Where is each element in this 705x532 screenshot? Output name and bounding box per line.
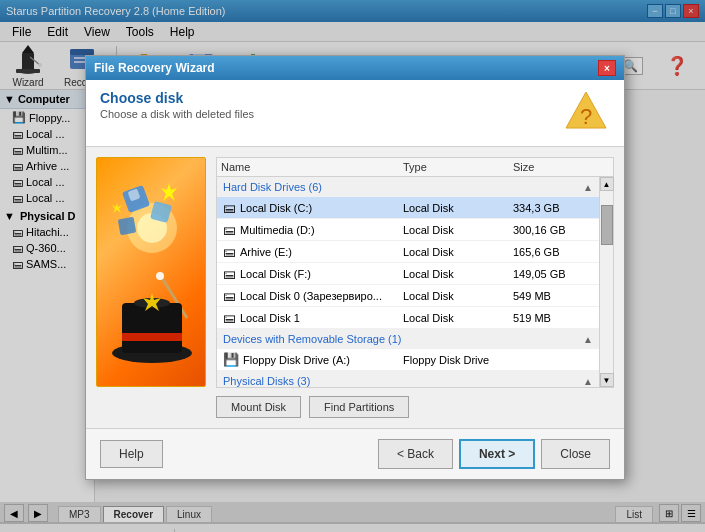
disk-sys1-type: Local Disk (403, 312, 513, 324)
disk-row-sys0[interactable]: 🖴 Local Disk 0 (Зарезервиро... Local Dis… (217, 285, 599, 307)
dialog-footer: Help < Back Next > Close (86, 428, 624, 479)
dialog-nav-buttons: < Back Next > Close (378, 439, 610, 469)
disk-row-e[interactable]: 🖴 Arhive (E:) Local Disk 165,6 GB (217, 241, 599, 263)
group-physical[interactable]: Physical Disks (3) ▲ (217, 371, 599, 387)
scroll-placeholder (593, 161, 609, 173)
dialog-header: Choose disk Choose a disk with deleted f… (86, 80, 624, 147)
disk-c-icon: 🖴 (223, 200, 236, 215)
disk-name-a: 💾 Floppy Disk Drive (A:) (223, 352, 403, 367)
disk-e-icon: 🖴 (223, 244, 236, 259)
disk-name-sys0: 🖴 Local Disk 0 (Зарезервиро... (223, 288, 403, 303)
disk-name-sys1: 🖴 Local Disk 1 (223, 310, 403, 325)
disk-row-c[interactable]: 🖴 Local Disk (C:) Local Disk 334,3 GB (217, 197, 599, 219)
group-physical-label: Physical Disks (3) (223, 375, 310, 387)
dialog-overlay: File Recovery Wizard × Choose disk Choos… (0, 0, 705, 532)
next-button[interactable]: Next > (459, 439, 535, 469)
disk-row-f[interactable]: 🖴 Local Disk (F:) Local Disk 149,05 GB (217, 263, 599, 285)
scroll-down[interactable]: ▼ (600, 373, 614, 387)
disk-name-c: 🖴 Local Disk (C:) (223, 200, 403, 215)
disk-e-type: Local Disk (403, 246, 513, 258)
disk-sys0-type: Local Disk (403, 290, 513, 302)
group-hdd[interactable]: Hard Disk Drives (6) ▲ (217, 177, 599, 197)
disk-list-header: Name Type Size (216, 157, 614, 176)
group-hdd-chevron: ▲ (583, 182, 593, 193)
file-recovery-wizard-dialog: File Recovery Wizard × Choose disk Choos… (85, 55, 625, 480)
disk-c-type: Local Disk (403, 202, 513, 214)
disk-list-scrollbar[interactable]: ▲ ▼ (599, 177, 613, 387)
disk-sys0-icon: 🖴 (223, 288, 236, 303)
disk-e-size: 165,6 GB (513, 246, 593, 258)
disk-sys1-size: 519 MB (513, 312, 593, 324)
disk-list-container: Hard Disk Drives (6) ▲ 🖴 Local Disk (C:)… (216, 176, 614, 388)
wizard-image (96, 157, 206, 387)
disk-row-d[interactable]: 🖴 Multimedia (D:) Local Disk 300,16 GB (217, 219, 599, 241)
disk-d-size: 300,16 GB (513, 224, 593, 236)
disk-c-size: 334,3 GB (513, 202, 593, 214)
svg-rect-33 (122, 333, 182, 341)
scroll-thumb[interactable] (601, 205, 613, 245)
disk-a-type: Floppy Disk Drive (403, 354, 513, 366)
disk-name-d: 🖴 Multimedia (D:) (223, 222, 403, 237)
disk-action-buttons: Mount Disk Find Partitions (216, 396, 614, 418)
dialog-title-bar: File Recovery Wizard × (86, 56, 624, 80)
svg-text:?: ? (580, 104, 592, 129)
dialog-body: Name Type Size Hard Disk Drives (6) ▲ (86, 147, 624, 428)
col-type: Type (403, 161, 513, 173)
disk-name-f: 🖴 Local Disk (F:) (223, 266, 403, 281)
svg-rect-31 (122, 303, 182, 353)
svg-marker-26 (161, 183, 177, 201)
disk-d-icon: 🖴 (223, 222, 236, 237)
group-removable-label: Devices with Removable Storage (1) (223, 333, 402, 345)
svg-rect-25 (118, 217, 137, 236)
scroll-up[interactable]: ▲ (600, 177, 614, 191)
find-partitions-button[interactable]: Find Partitions (309, 396, 409, 418)
dialog-close-button[interactable]: × (598, 60, 616, 76)
dialog-title: File Recovery Wizard (94, 61, 598, 75)
dialog-header-icon: ? (562, 90, 610, 138)
disk-list-panel: Name Type Size Hard Disk Drives (6) ▲ (216, 157, 614, 418)
dialog-subheading: Choose a disk with deleted files (100, 108, 254, 120)
disk-a-icon: 💾 (223, 352, 239, 367)
disk-row-sys1[interactable]: 🖴 Local Disk 1 Local Disk 519 MB (217, 307, 599, 329)
col-size: Size (513, 161, 593, 173)
disk-name-e: 🖴 Arhive (E:) (223, 244, 403, 259)
disk-d-type: Local Disk (403, 224, 513, 236)
disk-f-size: 149,05 GB (513, 268, 593, 280)
disk-sys0-size: 549 MB (513, 290, 593, 302)
svg-point-29 (156, 272, 164, 280)
group-removable-chevron: ▲ (583, 334, 593, 345)
disk-f-type: Local Disk (403, 268, 513, 280)
group-removable[interactable]: Devices with Removable Storage (1) ▲ (217, 329, 599, 349)
main-window: Starus Partition Recovery 2.8 (Home Edit… (0, 0, 705, 532)
dialog-header-text: Choose disk Choose a disk with deleted f… (100, 90, 254, 120)
col-name: Name (221, 161, 403, 173)
close-dialog-button[interactable]: Close (541, 439, 610, 469)
disk-list[interactable]: Hard Disk Drives (6) ▲ 🖴 Local Disk (C:)… (217, 177, 599, 387)
disk-sys1-icon: 🖴 (223, 310, 236, 325)
dialog-heading: Choose disk (100, 90, 254, 106)
svg-marker-27 (112, 203, 122, 213)
back-button[interactable]: < Back (378, 439, 453, 469)
disk-f-icon: 🖴 (223, 266, 236, 281)
group-physical-chevron: ▲ (583, 376, 593, 387)
disk-row-a[interactable]: 💾 Floppy Disk Drive (A:) Floppy Disk Dri… (217, 349, 599, 371)
mount-disk-button[interactable]: Mount Disk (216, 396, 301, 418)
wizard-image-inner (97, 158, 205, 386)
group-hdd-label: Hard Disk Drives (6) (223, 181, 322, 193)
help-button[interactable]: Help (100, 440, 163, 468)
